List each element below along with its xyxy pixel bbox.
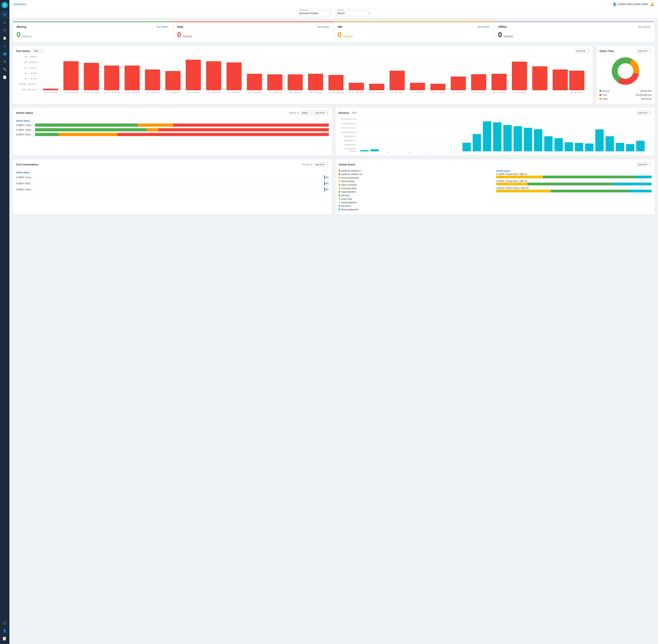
event-legend-2: harsh acceleration bbox=[339, 176, 494, 180]
svg-rect-99 bbox=[473, 134, 481, 151]
status-card-offline: Offline See Vehicle › 0 Vehicles bbox=[494, 22, 655, 42]
customer-select[interactable]: Qemmat Al Ebdaa bbox=[297, 10, 332, 16]
distance-chart: 160km 140km 120km 100km 80km 60km 40km 2… bbox=[339, 117, 652, 153]
event-label-8: power plug bbox=[341, 198, 352, 200]
event-label-2: harsh acceleration bbox=[341, 177, 359, 179]
legend-idling: Idling 6h:37m:4s bbox=[599, 97, 652, 101]
moving-see-vehicle-link[interactable]: See Vehicle › bbox=[157, 26, 169, 28]
svg-text:7 AM: 7 AM bbox=[268, 92, 281, 93]
charts-row: Fleet Status Stop Last 24 hr bbox=[13, 45, 655, 104]
idle-see-vehicle-link[interactable]: See Vehicle › bbox=[478, 26, 490, 28]
sidebar-item-tools[interactable]: 🔧 bbox=[1, 66, 8, 73]
sidebar-item-support[interactable]: 🎧 bbox=[1, 619, 8, 626]
sidebar-item-users[interactable]: 👥 bbox=[1, 50, 8, 57]
status-time-filter[interactable]: Last 24 hr bbox=[636, 49, 652, 53]
svg-text:100km: 100km bbox=[341, 131, 357, 133]
event-seg-green-1 bbox=[527, 183, 613, 185]
event-dot-5 bbox=[339, 187, 340, 189]
event-bar-track-1 bbox=[496, 183, 652, 185]
legend-stop-value: 1D:22h:35m:14s bbox=[636, 94, 652, 96]
fleet-time-filter[interactable]: Last 24 hr bbox=[574, 49, 590, 53]
fleet-status-header: Fleet Status Stop Last 24 hr bbox=[16, 49, 590, 53]
sidebar-item-reports[interactable]: 📋 bbox=[1, 34, 8, 42]
svg-text:12 am: 12 am bbox=[399, 152, 411, 153]
svg-rect-102 bbox=[503, 125, 512, 151]
svg-text:20km: 20km bbox=[344, 148, 357, 150]
sidebar-item-profile[interactable]: 👤 bbox=[1, 627, 8, 634]
svg-text:4 AM: 4 AM bbox=[207, 92, 220, 93]
svg-rect-36 bbox=[492, 74, 507, 90]
offline-see-vehicle-link[interactable]: See Vehicle › bbox=[638, 26, 651, 28]
branch-select[interactable]: Branch bbox=[335, 10, 370, 16]
distance-time-wrap: Last 24 hr bbox=[636, 111, 652, 115]
svg-text:1 AM: 1 AM bbox=[146, 92, 159, 93]
pie-legend: Moving 14h:9m:55s Stop 1D:22h:35m:14s Id… bbox=[599, 89, 652, 101]
event-seg-yellow-0 bbox=[496, 176, 543, 178]
event-bar-row-2: 3 62814 / ISUZU D-Max / QAE 02 bbox=[496, 187, 652, 192]
notification-bell-icon[interactable]: 🔔 bbox=[650, 2, 654, 6]
svg-text:2.8h: 2.8h bbox=[24, 61, 37, 63]
sidebar-item-alerts[interactable]: ⚠ bbox=[1, 42, 8, 49]
card-idle-title: Idle bbox=[338, 25, 342, 28]
fleet-status-filter[interactable]: Stop bbox=[32, 49, 43, 53]
fuel-row-1: 3 62814 / ISUZ... 0 L bbox=[16, 181, 329, 187]
fuel-header: Fuel Consumption Sort by ⇅ Last 24 hr bbox=[16, 162, 329, 166]
fuel-row-2: Z 59861 / Toyot... 0 L bbox=[16, 187, 329, 192]
distance-subtitle: Fuel bbox=[351, 111, 357, 114]
vehicle-status-header: Vehicle Status Sort by ⇅ Status bbox=[16, 111, 329, 115]
svg-rect-31 bbox=[389, 71, 405, 90]
vehicle-status-title: Vehicle Status bbox=[16, 111, 33, 114]
sidebar-item-list[interactable]: ☰ bbox=[1, 27, 8, 34]
legend-moving: Moving 14h:9m:55s bbox=[599, 89, 652, 93]
breadcrumb-link[interactable]: Dashboard bbox=[13, 3, 26, 6]
svg-rect-33 bbox=[430, 84, 446, 90]
sidebar-item-dashboard[interactable]: ⊞ bbox=[1, 11, 8, 18]
fuel-time-filter[interactable]: Last 24 hr bbox=[313, 162, 329, 166]
fuel-vehicle-0: E 19094 / Toyot... bbox=[16, 176, 324, 179]
svg-text:2 am: 2 am bbox=[421, 152, 432, 153]
distance-title: Distance bbox=[339, 111, 349, 114]
event-legend-10: trip status bbox=[339, 204, 494, 208]
vehicle-status-time[interactable]: Last 24 hr bbox=[313, 111, 329, 115]
event-header: Vehicle Event Last 24 hr bbox=[339, 162, 652, 166]
sort-icon: ⇅ bbox=[297, 112, 299, 114]
vehicle-name-1: E 19094 / Toyot... bbox=[16, 129, 33, 131]
status-time-panel: Status Time Last 24 hr bbox=[596, 45, 655, 104]
event-time-wrap: Last 24 hr bbox=[636, 162, 652, 166]
fuel-bar-2 bbox=[324, 187, 325, 191]
svg-rect-105 bbox=[534, 129, 542, 151]
event-dot-8 bbox=[339, 198, 340, 200]
event-legend: geofence violation in geofence violation… bbox=[339, 169, 494, 211]
svg-rect-109 bbox=[575, 143, 583, 151]
user-name: COPAX FMS SUPER USER bbox=[618, 3, 648, 6]
status-card-stop: Stop See Vehicle › 0 Vehicles bbox=[173, 22, 334, 42]
fuel-time-wrap: Last 24 hr bbox=[313, 162, 329, 166]
svg-text:0.0m: 0.0m bbox=[22, 89, 37, 91]
event-time-filter[interactable]: Last 24 hr bbox=[636, 162, 652, 166]
event-seg-teal-0 bbox=[636, 176, 652, 178]
event-dot-10 bbox=[339, 205, 340, 207]
svg-rect-23 bbox=[227, 63, 242, 90]
pie-container: Moving 14h:9m:55s Stop 1D:22h:35m:14s Id… bbox=[599, 55, 652, 101]
sidebar-item-history[interactable]: 📄 bbox=[1, 74, 8, 80]
event-dot-1 bbox=[339, 174, 340, 175]
event-seg-teal-2 bbox=[628, 190, 652, 192]
main-content: Dashboard › 👤 COPAX FMS SUPER USER 🔔 Cus… bbox=[9, 0, 658, 644]
stop-see-vehicle-link[interactable]: See Vehicle › bbox=[317, 26, 330, 28]
fleet-chart-svg: 3.3h 2.8h 2.2h 1.7h 1.1h 33.3m 0.0m bbox=[16, 55, 590, 95]
event-dot-9 bbox=[339, 202, 340, 203]
event-label-4: harsh cornering bbox=[341, 184, 356, 186]
event-dot-11 bbox=[339, 209, 340, 210]
event-legend-4: harsh cornering bbox=[339, 183, 494, 187]
fleet-status-panel: Fleet Status Stop Last 24 hr bbox=[13, 45, 593, 104]
sidebar-item-settings[interactable]: ⚙ bbox=[1, 58, 8, 65]
middle-row: Vehicle Status Sort by ⇅ Status bbox=[13, 107, 655, 156]
svg-text:10 am: 10 am bbox=[504, 152, 517, 153]
svg-text:120km: 120km bbox=[341, 127, 357, 129]
distance-time-filter[interactable]: Last 24 hr bbox=[636, 111, 652, 115]
sidebar-item-map[interactable]: ◎ bbox=[1, 19, 8, 26]
vehicle-status-sort[interactable]: Status bbox=[300, 111, 312, 115]
event-label-0: geofence violation in bbox=[341, 169, 361, 172]
vehicle-bar-row-0: Z 59861 / Toyot... bbox=[16, 123, 329, 128]
sidebar-item-notes[interactable]: 📝 bbox=[1, 635, 8, 642]
